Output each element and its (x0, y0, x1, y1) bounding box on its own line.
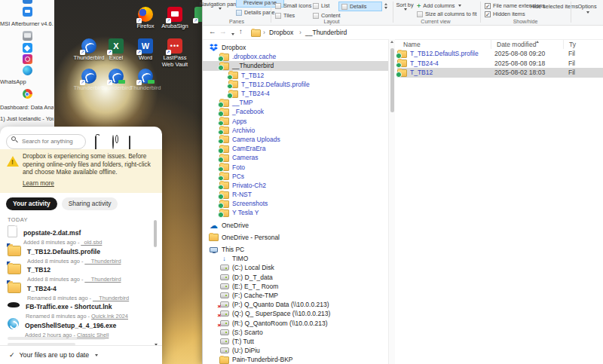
activity-item[interactable]: OpenShellSetup_4_4_196.exe Added 2 hours… (0, 317, 151, 336)
layout-group-label: Layout (272, 19, 391, 24)
activity-item[interactable]: T_TB12 Added 8 minutes ago - __Thunderbi… (0, 262, 151, 280)
options-button[interactable]: Options (574, 4, 601, 14)
column-header-date[interactable]: Date modified (497, 41, 536, 48)
tiles-button[interactable]: Tiles (275, 12, 295, 19)
hidden-items-checkbox[interactable]: Hidden items (485, 11, 525, 17)
recent-locations-button[interactable] (230, 29, 234, 38)
desktop-icon-excel[interactable]: Excel (99, 38, 133, 62)
tab-sharing-activity[interactable]: Sharing activity (62, 197, 118, 210)
tree-item-onedrive[interactable]: ☁OneDrive (203, 221, 388, 230)
tree-item[interactable]: (U:) DiPiu (203, 346, 388, 355)
navigation-pane-button[interactable]: Navigation pane (204, 2, 234, 10)
tree-item[interactable]: T_TB24-4 (203, 89, 388, 98)
up-button[interactable]: ↑ (239, 27, 243, 35)
activity-item[interactable]: FB-Traffic.exe - Shortcut.lnk Renamed 8 … (0, 298, 151, 317)
tab-your-activity[interactable]: Your activity (6, 197, 57, 210)
file-row[interactable]: T_TB12.DefaultS.profile 2025-08-08 09:20… (397, 49, 603, 59)
notifications-button[interactable] (129, 136, 130, 150)
sync-status-footer[interactable]: Your files are up to date (0, 345, 162, 364)
tree-item[interactable]: (D:) D_T_data (203, 273, 388, 282)
taskbar-item[interactable] (0, 43, 54, 53)
taskbar-item[interactable] (0, 66, 54, 75)
desktop-icon-word[interactable]: Word (129, 38, 162, 62)
tree-item[interactable]: __TMP (203, 98, 388, 107)
tree-item-this-pc[interactable]: This PC (203, 245, 388, 254)
tree-item[interactable]: Y Tesla Y (203, 208, 388, 217)
small-icons-button[interactable]: Small icons (275, 2, 311, 9)
tree-item[interactable]: T_TB12.DefaultS.profile (203, 80, 388, 89)
desktop-icon-firefox[interactable]: Firefox (129, 7, 162, 30)
forward-button[interactable]: → (219, 27, 227, 35)
tree-item[interactable]: Pain-Tunderbird-BKP (203, 355, 388, 364)
learn-more-link[interactable]: Learn more (23, 180, 54, 187)
layout-gallery-scroll[interactable] (384, 3, 387, 9)
content-button[interactable]: Content (313, 12, 341, 19)
arubasign-icon (167, 7, 182, 22)
drive-icon (220, 283, 229, 289)
breadcrumb-root[interactable]: Dropbox (269, 29, 293, 36)
tree-item[interactable]: Foto (203, 162, 388, 171)
tree-item[interactable]: CamEraEra (203, 144, 388, 153)
tree-item[interactable]: (T:) Tutt (203, 337, 388, 346)
activity-item[interactable]: T_TB24-4 Renamed 8 minutes ago - __Thund… (0, 280, 151, 299)
taskbar-item[interactable] (0, 7, 54, 17)
taskbar-window-title[interactable]: 1) Just Icelandic - YouTu... (0, 115, 54, 122)
tree-item[interactable]: (R:) Q_QantoRoom (\\10.0.0.213) (203, 318, 388, 327)
tree-item[interactable]: T_TB12 (203, 71, 388, 80)
tree-item[interactable]: R-NST (203, 190, 388, 199)
details-view-button[interactable]: Details (338, 2, 382, 11)
tree-item[interactable]: PCs (203, 172, 388, 181)
taskbar-window-title[interactable]: Dashboard: Data Analysi... (0, 104, 54, 111)
tree-item[interactable]: Cameras (203, 153, 388, 162)
details-pane-button[interactable]: Details pane (236, 9, 275, 16)
tree-item[interactable]: (C:) Local Disk (203, 263, 388, 272)
taskbar-item[interactable] (0, 54, 54, 64)
activity-item[interactable]: T_TB12.DefaultS.profile Added 8 minutes … (0, 243, 151, 262)
desktop-icon-thunderbird-3[interactable]: Thunderbird (99, 69, 133, 92)
taskbar-item[interactable] (0, 89, 54, 99)
list-button[interactable]: List (313, 2, 329, 9)
tree-item[interactable]: .dropbox.cache (203, 52, 388, 61)
file-row[interactable]: T_TB24-4 2025-08-08 09:18 Fil (397, 59, 603, 69)
search-input[interactable] (6, 134, 86, 149)
tree-item[interactable]: (E:) E_T_ Room (203, 282, 388, 291)
activity-item[interactable]: popstate-2.dat.msf Added 8 minutes ago -… (0, 225, 151, 243)
column-header-name[interactable]: Name (403, 41, 421, 48)
tree-scrollbar[interactable] (388, 39, 395, 364)
tree-item[interactable]: (F:) Cache-TMP (203, 291, 388, 300)
popup-scrollbar-thumb[interactable] (154, 220, 157, 247)
breadcrumb-current[interactable]: __Thunderbird (305, 29, 347, 36)
file-row-selected[interactable]: T_TB12 2025-08-02 18:03 Fil (397, 68, 603, 78)
tree-item[interactable]: (S:) Scarto (203, 328, 388, 337)
tree-item[interactable]: _Facebook (203, 107, 388, 116)
sort-by-button[interactable]: Sort by (394, 2, 415, 11)
taskbar-window-title[interactable]: MSI Afterburner v4.6.5 h... (0, 20, 54, 27)
web-button[interactable] (112, 136, 114, 149)
column-header-type[interactable]: Ty (569, 41, 576, 48)
tree-item[interactable]: Archivio (203, 126, 388, 135)
tree-item-thunderbird-selected[interactable]: __Thunderbird (203, 61, 388, 70)
tree-item[interactable]: Camera Uploads (203, 135, 388, 144)
tree-item-onedrive-personal[interactable]: OneDrive - Personal (203, 233, 388, 242)
tree-item[interactable]: Screenshots (203, 199, 388, 208)
tree-item-dropbox[interactable]: Dropbox (203, 43, 388, 52)
back-button[interactable]: ← (209, 27, 216, 35)
hide-selected-items-button[interactable]: Hide selected items (540, 4, 568, 10)
search-box[interactable] (6, 133, 86, 148)
tree-item[interactable]: Apps (203, 117, 388, 126)
file-explorer-window: Navigation pane Preview pane Details pan… (202, 0, 603, 364)
desktop-icon-thunderbird-4[interactable]: Thunderbird (129, 69, 162, 92)
tree-item[interactable]: Privato-Ch2 (203, 181, 388, 190)
files-button[interactable] (95, 136, 96, 150)
size-all-columns-button[interactable]: Size all columns to fit (417, 11, 477, 17)
taskbar-window-title[interactable]: WhatsApp (0, 78, 54, 85)
screen: MSI Afterburner v4.6.5 h... WhatsApp Das… (0, 0, 603, 364)
add-columns-button[interactable]: +Add columns (417, 2, 461, 9)
taskbar-item[interactable] (0, 0, 54, 4)
tree-item[interactable]: ↓TIMO (203, 254, 388, 263)
taskbar-item[interactable] (0, 31, 54, 41)
desktop-icon-lastpass[interactable]: LastPass Web Vault (158, 38, 191, 68)
scrollbar-thumb[interactable] (390, 48, 394, 112)
tree-item[interactable]: (Q:) Q_ SuperSpace (\\10.0.0.213) (203, 309, 388, 318)
tree-item[interactable]: (P:) Q_Quanto Data (\\10.0.0.213) (203, 300, 388, 309)
